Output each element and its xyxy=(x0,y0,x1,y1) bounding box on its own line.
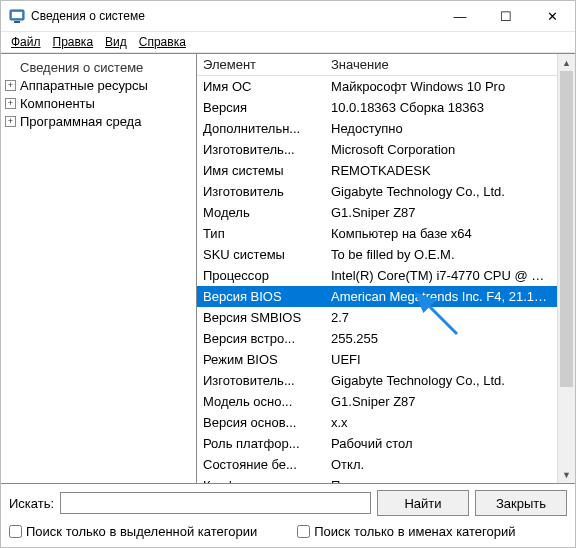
checkbox-category-names-input[interactable] xyxy=(297,525,310,538)
table-header-row[interactable]: Элемент Значение xyxy=(197,54,557,76)
column-element[interactable]: Элемент xyxy=(197,54,325,76)
table-row[interactable]: Роль платфор...Рабочий стол xyxy=(197,433,557,454)
table-row[interactable]: Состояние бе...Откл. xyxy=(197,454,557,475)
checkbox-selected-category-input[interactable] xyxy=(9,525,22,538)
cell-value: Привязка невозможна xyxy=(325,475,557,483)
cell-element: Модель xyxy=(197,202,325,223)
cell-value: REMOTKADESK xyxy=(325,160,557,181)
cell-element: Режим BIOS xyxy=(197,349,325,370)
tree-item-system-summary[interactable]: Сведения о системе xyxy=(5,58,190,76)
details-list[interactable]: Элемент Значение Имя ОСМайкрософт Window… xyxy=(197,54,557,483)
table-row[interactable]: Изготовитель...Microsoft Corporation xyxy=(197,139,557,160)
cell-element: Процессор xyxy=(197,265,325,286)
cell-element: Модель осно... xyxy=(197,391,325,412)
vertical-scrollbar[interactable]: ▲ ▼ xyxy=(557,54,575,483)
cell-value: G1.Sniper Z87 xyxy=(325,202,557,223)
cell-value: American Megatrends Inc. F4, 21.11.2014 xyxy=(325,286,557,307)
tree-item-hardware[interactable]: + Аппаратные ресурсы xyxy=(5,76,190,94)
table-row[interactable]: Модель осно...G1.Sniper Z87 xyxy=(197,391,557,412)
maximize-button[interactable]: ☐ xyxy=(483,1,529,31)
cell-element: Версия xyxy=(197,97,325,118)
expand-icon[interactable]: + xyxy=(5,80,16,91)
cell-value: 2.7 xyxy=(325,307,557,328)
table-row[interactable]: ТипКомпьютер на базе x64 xyxy=(197,223,557,244)
system-information-window: Сведения о системе — ☐ ✕ Файл Правка Вид… xyxy=(0,0,576,548)
table-row[interactable]: Версия основ...x.x xyxy=(197,412,557,433)
table-row[interactable]: Режим BIOSUEFI xyxy=(197,349,557,370)
checkbox-selected-category[interactable]: Поиск только в выделенной категории xyxy=(9,524,257,539)
cell-value: Недоступно xyxy=(325,118,557,139)
cell-value: G1.Sniper Z87 xyxy=(325,391,557,412)
column-value[interactable]: Значение xyxy=(325,54,557,76)
search-row: Искать: Найти Закрыть xyxy=(9,490,567,516)
table-row[interactable]: ИзготовительGigabyte Technology Co., Ltd… xyxy=(197,181,557,202)
cell-value: x.x xyxy=(325,412,557,433)
window-title: Сведения о системе xyxy=(31,9,437,23)
app-icon xyxy=(9,8,25,24)
table-row[interactable]: Версия SMBIOS2.7 xyxy=(197,307,557,328)
expand-icon[interactable]: + xyxy=(5,98,16,109)
menubar: Файл Правка Вид Справка xyxy=(1,32,575,53)
cell-element: Конфигураци... xyxy=(197,475,325,483)
table-row[interactable]: ПроцессорIntel(R) Core(TM) i7-4770 CPU @… xyxy=(197,265,557,286)
close-button[interactable]: ✕ xyxy=(529,1,575,31)
cell-element: Версия SMBIOS xyxy=(197,307,325,328)
cell-value: 10.0.18363 Сборка 18363 xyxy=(325,97,557,118)
details-table: Элемент Значение Имя ОСМайкрософт Window… xyxy=(197,54,557,483)
cell-value: UEFI xyxy=(325,349,557,370)
cell-element: Версия BIOS xyxy=(197,286,325,307)
menu-help[interactable]: Справка xyxy=(133,34,192,50)
bottom-panel: Искать: Найти Закрыть Поиск только в выд… xyxy=(1,483,575,547)
scroll-down-arrow[interactable]: ▼ xyxy=(558,466,575,483)
table-row[interactable]: Изготовитель...Gigabyte Technology Co., … xyxy=(197,370,557,391)
table-row[interactable]: Версия встро...255.255 xyxy=(197,328,557,349)
table-row[interactable]: Версия BIOSAmerican Megatrends Inc. F4, … xyxy=(197,286,557,307)
tree-item-components[interactable]: + Компоненты xyxy=(5,94,190,112)
checkbox-category-names[interactable]: Поиск только в именах категорий xyxy=(297,524,515,539)
cell-element: Состояние бе... xyxy=(197,454,325,475)
search-input[interactable] xyxy=(60,492,371,514)
window-controls: — ☐ ✕ xyxy=(437,1,575,31)
cell-value: Майкрософт Windows 10 Pro xyxy=(325,76,557,98)
menu-view[interactable]: Вид xyxy=(99,34,133,50)
cell-element: Версия основ... xyxy=(197,412,325,433)
menu-file[interactable]: Файл xyxy=(5,34,47,50)
cell-value: 255.255 xyxy=(325,328,557,349)
cell-element: Изготовитель xyxy=(197,181,325,202)
scroll-up-arrow[interactable]: ▲ xyxy=(558,54,575,71)
category-tree[interactable]: Сведения о системе + Аппаратные ресурсы … xyxy=(1,54,197,483)
find-button[interactable]: Найти xyxy=(377,490,469,516)
checkbox-label: Поиск только в именах категорий xyxy=(314,524,515,539)
cell-element: Изготовитель... xyxy=(197,139,325,160)
table-row[interactable]: Конфигураци...Привязка невозможна xyxy=(197,475,557,483)
expand-icon[interactable]: + xyxy=(5,116,16,127)
cell-value: To be filled by O.E.M. xyxy=(325,244,557,265)
table-row[interactable]: Имя системыREMOTKADESK xyxy=(197,160,557,181)
checkbox-label: Поиск только в выделенной категории xyxy=(26,524,257,539)
scroll-track[interactable] xyxy=(558,71,575,466)
table-row[interactable]: Дополнительн...Недоступно xyxy=(197,118,557,139)
cell-element: SKU системы xyxy=(197,244,325,265)
titlebar[interactable]: Сведения о системе — ☐ ✕ xyxy=(1,1,575,32)
cell-element: Роль платфор... xyxy=(197,433,325,454)
close-window-button[interactable]: Закрыть xyxy=(475,490,567,516)
cell-element: Тип xyxy=(197,223,325,244)
search-label: Искать: xyxy=(9,496,54,511)
tree-item-software[interactable]: + Программная среда xyxy=(5,112,190,130)
cell-element: Дополнительн... xyxy=(197,118,325,139)
minimize-button[interactable]: — xyxy=(437,1,483,31)
cell-element: Изготовитель... xyxy=(197,370,325,391)
tree-item-label: Сведения о системе xyxy=(20,60,143,75)
table-row[interactable]: Версия10.0.18363 Сборка 18363 xyxy=(197,97,557,118)
checkbox-row: Поиск только в выделенной категории Поис… xyxy=(9,524,567,539)
table-row[interactable]: SKU системыTo be filled by O.E.M. xyxy=(197,244,557,265)
cell-value: Откл. xyxy=(325,454,557,475)
cell-element: Имя ОС xyxy=(197,76,325,98)
cell-element: Имя системы xyxy=(197,160,325,181)
cell-value: Intel(R) Core(TM) i7-4770 CPU @ 3.40GH..… xyxy=(325,265,557,286)
scroll-thumb[interactable] xyxy=(560,71,573,387)
cell-value: Рабочий стол xyxy=(325,433,557,454)
menu-edit[interactable]: Правка xyxy=(47,34,100,50)
table-row[interactable]: МодельG1.Sniper Z87 xyxy=(197,202,557,223)
table-row[interactable]: Имя ОСМайкрософт Windows 10 Pro xyxy=(197,76,557,98)
